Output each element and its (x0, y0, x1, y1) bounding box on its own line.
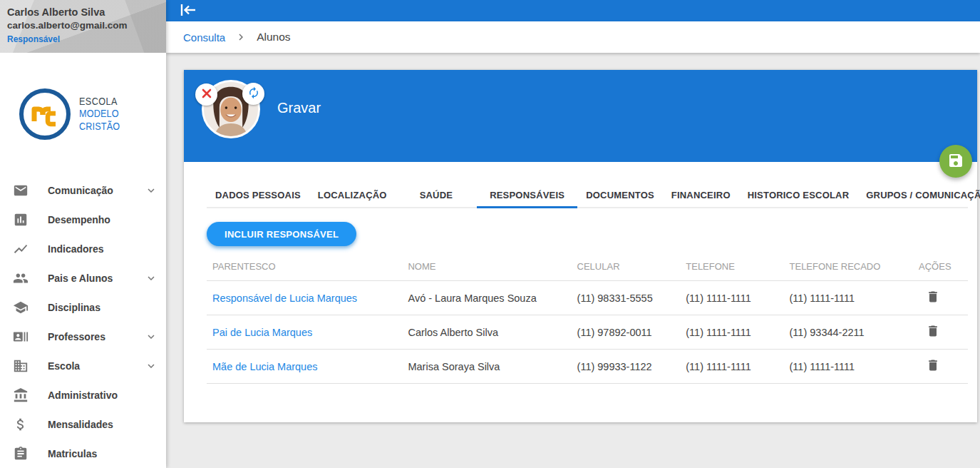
nome-cell: Carlos Alberto Silva (402, 315, 571, 350)
chevron-right-icon (234, 31, 247, 44)
dollar-icon (12, 416, 29, 433)
sidebar-item-disciplinas[interactable]: Disciplinas (0, 292, 166, 322)
telefone-cell: (11) 1111-1111 (680, 281, 783, 315)
sidebar-item-label: Escola (48, 360, 80, 372)
chevron-down-icon (145, 330, 158, 343)
actions-cell (913, 315, 968, 350)
trash-icon (926, 295, 940, 306)
sidebar-item-comunicacao[interactable]: Comunicação (0, 176, 166, 205)
sidebar-item-label: Indicadores (48, 243, 104, 255)
tab-dados-pessoais[interactable]: DADOS PESSOAIS (207, 184, 309, 208)
sidebar-item-mensalidades[interactable]: Mensalidades (0, 410, 166, 439)
sidebar-item-label: Disciplinas (48, 302, 100, 313)
user-email: carlos.alberto@gmail.com (7, 19, 158, 32)
sidebar-item-professores[interactable]: Professores (0, 322, 166, 351)
sidebar-menu: ComunicaçãoDesempenhoIndicadoresPais e A… (0, 176, 166, 468)
chevron-down-icon (145, 272, 158, 285)
include-guardian-button[interactable]: INCLUIR RESPONSÁVEL (207, 222, 356, 246)
tab-financeiro[interactable]: FINANCEIRO (663, 184, 739, 208)
parentesco-link[interactable]: Responsável de Lucia Marques (207, 281, 402, 315)
sidebar-item-label: Comunicação (48, 185, 113, 196)
breadcrumb: Consulta Alunos (166, 21, 980, 53)
tab-grupos-comunicacao[interactable]: GRUPOS / COMUNICAÇÃO (857, 184, 980, 208)
sidebar-item-matriculas[interactable]: Matriculas (0, 439, 166, 468)
celular-cell: (11) 97892-0011 (572, 315, 681, 350)
collapse-left-icon (179, 3, 197, 19)
bank-icon (12, 387, 29, 404)
avatar-group (202, 80, 260, 138)
sidebar-item-label: Professores (48, 331, 105, 342)
user-panel: Carlos Alberto Silva carlos.alberto@gmai… (0, 0, 166, 53)
sidebar-item-label: Pais e Alunos (48, 273, 113, 284)
student-card-header: Gravar (184, 70, 977, 162)
telefone-recado-cell: (11) 1111-1111 (784, 281, 914, 315)
mail-icon (12, 182, 29, 199)
main-area: Consulta Alunos (166, 0, 980, 468)
actions-cell (913, 350, 968, 384)
column-header-telefone: TELEFONE (680, 261, 783, 281)
delete-guardian-button[interactable] (923, 288, 943, 307)
refresh-photo-button[interactable] (242, 83, 264, 105)
chevron-down-icon (145, 360, 158, 372)
sidebar-item-label: Matriculas (48, 448, 97, 459)
tab-localizacao[interactable]: LOCALIZAÇÃO (309, 184, 396, 208)
nome-cell: Avó - Laura Marques Souza (402, 281, 571, 315)
tab-bar: DADOS PESSOAISLOCALIZAÇÃOSAÚDERESPONSÁVE… (207, 184, 968, 208)
student-card: Gravar DADOS PESSOAISLOCALIZAÇÃOSAÚDERES… (184, 70, 977, 422)
close-button[interactable] (195, 83, 217, 106)
tab-saude[interactable]: SAÚDE (396, 184, 478, 208)
trash-icon (926, 330, 940, 340)
telefone-cell: (11) 1111-1111 (680, 350, 783, 384)
telefone-recado-cell: (11) 93344-2211 (784, 315, 914, 350)
parentesco-link[interactable]: Mãe de Lucia Marques (207, 350, 402, 384)
trash-icon (926, 364, 940, 375)
celular-cell: (11) 99933-1122 (572, 350, 681, 384)
school-icon (12, 299, 29, 316)
column-header-telefone-recado: TELEFONE RECADO (784, 261, 914, 281)
topbar (166, 0, 980, 21)
user-role-link[interactable]: Responsável (7, 34, 158, 44)
column-header-acoes: AÇÕES (913, 261, 968, 281)
collapse-sidebar-button[interactable] (177, 2, 199, 19)
tab-historico-escolar[interactable]: HISTORICO ESCOLAR (739, 184, 858, 208)
sidebar-item-label: Mensalidades (48, 419, 113, 430)
card-body: DADOS PESSOAISLOCALIZAÇÃOSAÚDERESPONSÁVE… (184, 184, 977, 384)
parentesco-link[interactable]: Pai de Lucia Marques (207, 315, 402, 350)
bar-chart-icon (12, 211, 29, 228)
sidebar: Carlos Alberto Silva carlos.alberto@gmai… (0, 0, 166, 468)
sidebar-item-indicadores[interactable]: Indicadores (0, 234, 166, 263)
delete-guardian-button[interactable] (923, 322, 943, 342)
actions-cell (913, 281, 968, 315)
column-header-parentesco: PARENTESCO (207, 261, 402, 281)
breadcrumb-parent-link[interactable]: Consulta (183, 31, 225, 44)
column-header-nome: NOME (402, 261, 571, 281)
nome-cell: Marisa Soraya Silva (402, 350, 571, 384)
column-header-celular: CELULAR (572, 261, 681, 281)
trending-up-icon (12, 240, 29, 258)
delete-guardian-button[interactable] (923, 357, 943, 376)
sidebar-item-desempenho[interactable]: Desempenho (0, 205, 166, 234)
school-logo-icon (19, 88, 71, 140)
people-icon (12, 270, 29, 287)
sidebar-item-label: Administrativo (48, 390, 118, 401)
content-area: Gravar DADOS PESSOAISLOCALIZAÇÃOSAÚDERES… (166, 53, 980, 468)
school-name-line1: ESCOLA (79, 96, 158, 108)
contacts-icon (12, 328, 29, 345)
sidebar-item-pais-e-alunos[interactable]: Pais e Alunos (0, 263, 166, 292)
save-icon (947, 152, 964, 171)
school-logo-text: ESCOLA MODELO CRISTÃO (79, 96, 158, 133)
building-icon (12, 357, 29, 375)
guardian-row: Mãe de Lucia MarquesMarisa Soraya Silva(… (207, 350, 968, 384)
chevron-down-icon (145, 184, 158, 197)
save-fab-button[interactable] (939, 145, 972, 178)
card-title: Gravar (277, 100, 321, 116)
sidebar-item-escola[interactable]: Escola (0, 351, 166, 380)
breadcrumb-current: Alunos (257, 31, 290, 44)
guardians-table: PARENTESCONOMECELULARTELEFONETELEFONE RE… (207, 261, 968, 384)
user-name: Carlos Alberto Silva (7, 6, 158, 19)
sidebar-item-administrativo[interactable]: Administrativo (0, 380, 166, 410)
tab-documentos[interactable]: DOCUMENTOS (577, 184, 663, 208)
telefone-cell: (11) 1111-1111 (680, 315, 783, 350)
refresh-icon (247, 86, 260, 101)
tab-responsaveis[interactable]: RESPONSÁVEIS (477, 184, 577, 208)
